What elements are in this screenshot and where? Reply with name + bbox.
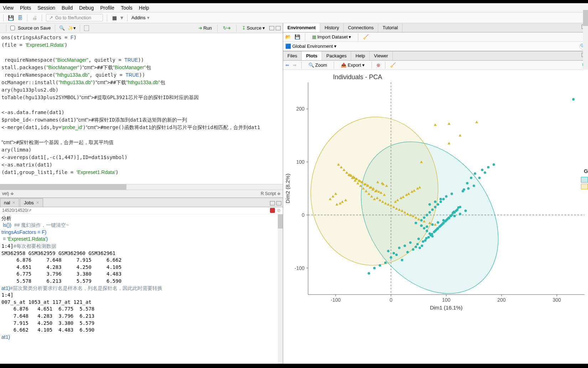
export-button[interactable]: 📤 Export ▾	[339, 62, 367, 68]
maximize-console-icon[interactable]	[276, 201, 281, 205]
tab-plots[interactable]: Plots	[302, 51, 322, 60]
svg-point-42	[422, 240, 424, 243]
file-type-label[interactable]: R Script ≑	[261, 191, 281, 196]
svg-text:100: 100	[442, 297, 451, 303]
svg-point-107	[420, 224, 423, 227]
stop-button[interactable]	[270, 208, 275, 213]
source-hscroll[interactable]	[0, 184, 126, 190]
svg-point-66	[428, 203, 431, 206]
menu-session[interactable]: Session	[37, 5, 55, 11]
svg-point-101	[431, 209, 434, 211]
search-icon[interactable]: 🔍	[59, 25, 65, 31]
tab-environment[interactable]: Environment	[283, 23, 320, 32]
svg-point-106	[415, 222, 417, 224]
notebook-icon[interactable]	[84, 25, 89, 31]
close-icon[interactable]: ✕	[12, 200, 15, 205]
menu-plots[interactable]: Plots	[20, 5, 31, 11]
rerun-button[interactable]: ↻➔	[221, 25, 233, 31]
svg-marker-199	[448, 122, 451, 125]
minimize-console-icon[interactable]	[270, 201, 275, 205]
svg-point-82	[470, 177, 472, 179]
svg-text:0: 0	[390, 297, 392, 303]
svg-point-62	[436, 228, 439, 230]
clear-plots-icon[interactable]: 🧹	[390, 62, 396, 68]
source-vscroll[interactable]	[583, 10, 588, 26]
source-button[interactable]: ↧Source ▾	[240, 25, 267, 31]
cursor-position[interactable]: vel) ≑	[2, 191, 14, 196]
source-on-save-checkbox[interactable]	[10, 26, 15, 30]
tab-tutorial[interactable]: Tutorial	[378, 23, 402, 32]
tab-history[interactable]: History	[320, 23, 343, 32]
svg-point-103	[437, 203, 439, 206]
save-env-icon[interactable]: 💾	[295, 34, 300, 40]
addins-menu[interactable]: Addins ▾	[131, 15, 150, 20]
svg-point-41	[417, 237, 420, 240]
zoom-button[interactable]: 🔍 Zoom	[306, 62, 329, 68]
svg-point-77	[463, 188, 465, 191]
import-dataset-button[interactable]: ▦ Import Dataset ▾	[310, 34, 353, 40]
code-editor[interactable]: ons(stringsAsFactors = F) (file = 'Expre…	[0, 33, 283, 184]
scope-dropdown[interactable]: 🟦 Global Environment ▾	[285, 44, 337, 49]
svg-point-111	[442, 219, 445, 221]
save-all-icon[interactable]: 🗄	[17, 15, 23, 21]
minimize-source-icon[interactable]	[269, 26, 274, 30]
svg-point-114	[459, 213, 461, 215]
svg-point-113	[453, 215, 456, 217]
main-toolbar: 💾 🗄 🖨 ↗ Go to file/function ▦ ▾ Addins ▾	[0, 12, 588, 23]
plot-forward-icon[interactable]: ➡	[293, 62, 297, 68]
menu-tools[interactable]: Tools	[121, 5, 132, 11]
wand-icon[interactable]: ✨▾	[68, 25, 76, 31]
console-vscroll[interactable]	[278, 214, 283, 229]
clear-console-icon[interactable]: ⊘	[277, 208, 281, 213]
svg-point-67	[434, 200, 436, 203]
svg-point-52	[449, 215, 452, 217]
svg-point-56	[415, 246, 417, 248]
menu-build[interactable]: Build	[62, 5, 73, 11]
menu-debug[interactable]: Debug	[79, 5, 94, 11]
svg-point-96	[368, 272, 370, 275]
svg-text:-100: -100	[295, 265, 305, 271]
svg-point-83	[474, 172, 476, 175]
tab-connections[interactable]: Connections	[344, 23, 378, 32]
svg-point-48	[438, 225, 441, 228]
tab-help[interactable]: Help	[351, 51, 370, 60]
tab-viewer[interactable]: Viewer	[370, 51, 393, 60]
print-icon[interactable]: 🖨	[31, 15, 38, 21]
plot-tabs: Files Plots Packages Help Viewer	[283, 51, 588, 61]
save-icon[interactable]: 💾	[7, 15, 14, 21]
menu-view[interactable]: View	[3, 5, 14, 11]
svg-point-68	[439, 198, 442, 200]
tab-jobs[interactable]: Jobs✕	[20, 198, 43, 207]
goto-file-input[interactable]: ↗ Go to file/function	[46, 14, 103, 21]
broom-icon[interactable]: 🧹	[363, 34, 369, 40]
run-button[interactable]: ➔Run	[196, 25, 214, 31]
svg-point-87	[379, 264, 381, 267]
env-tabs: Environment History Connections Tutorial	[283, 23, 588, 32]
tab-terminal[interactable]: nal✕	[0, 198, 19, 207]
svg-point-27	[423, 227, 425, 230]
svg-point-110	[437, 221, 439, 224]
svg-point-46	[433, 231, 435, 233]
svg-point-116	[572, 98, 574, 101]
remove-plot-icon[interactable]: ⊗	[376, 62, 380, 68]
svg-point-76	[466, 182, 468, 184]
svg-point-59	[421, 245, 423, 247]
tab-packages[interactable]: Packages	[322, 51, 351, 60]
close-icon[interactable]: ✕	[36, 200, 39, 205]
svg-point-100	[428, 211, 431, 214]
menu-help[interactable]: Help	[139, 5, 149, 11]
maximize-source-icon[interactable]	[276, 26, 281, 30]
svg-text:100: 100	[296, 159, 305, 165]
open-icon[interactable]: 📂	[285, 34, 291, 40]
svg-point-44	[427, 236, 430, 239]
svg-point-109	[431, 223, 434, 226]
menu-profile[interactable]: Profile	[100, 5, 114, 11]
plot-back-icon[interactable]: ⬅	[285, 62, 289, 68]
svg-point-94	[409, 241, 412, 244]
svg-point-28	[426, 230, 428, 232]
svg-point-90	[392, 252, 395, 254]
console-output[interactable]: 分析 ls()) ## 魔幻操作，一键清空~ tringsAsFactors =…	[0, 214, 283, 364]
tab-files[interactable]: Files	[283, 51, 302, 60]
console-path: 14520/14520/	[2, 208, 28, 213]
grid-icon[interactable]: ▦	[111, 15, 118, 21]
